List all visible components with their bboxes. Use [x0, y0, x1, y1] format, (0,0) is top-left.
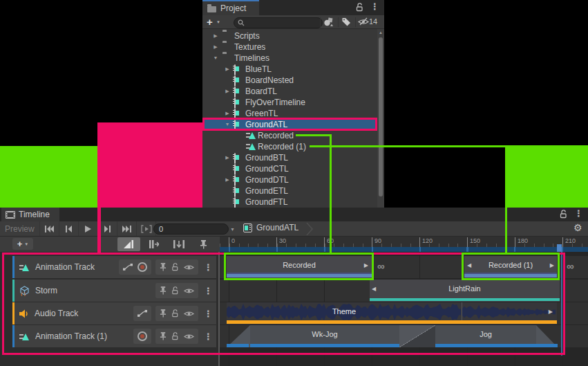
tree-item-label: Recorded (1) [258, 142, 306, 152]
create-asset-caret-icon[interactable]: ▼ [216, 20, 220, 24]
folder-icon [207, 6, 216, 12]
tree-item[interactable]: ▶GroundBTL [202, 152, 377, 163]
project-tab-title: Project [220, 3, 246, 13]
tree-item-label: GroundBTL [245, 153, 288, 163]
annotation-magenta-connector [97, 208, 101, 253]
tree-item[interactable]: ▶Textures [202, 42, 377, 53]
add-track-button[interactable]: + ▼ [12, 238, 33, 250]
replace-mode-button[interactable] [167, 237, 190, 251]
annotation-connector-recorded-v [330, 134, 332, 253]
tree-item[interactable]: FlyOverTimeline [202, 97, 377, 108]
expand-arrow[interactable]: ▶ [224, 89, 231, 94]
caret-down-icon: ▼ [24, 242, 28, 246]
tree-item-label: BoardNested [245, 75, 294, 85]
project-scrollbar[interactable]: ▲ [377, 29, 384, 208]
search-by-label-tag-icon[interactable] [341, 17, 351, 27]
expand-arrow[interactable]: ▶ [212, 44, 219, 50]
ruler-tick-label: 150 [467, 237, 480, 247]
timeline-tab-title: Timeline [19, 210, 50, 219]
tree-item[interactable]: ▼Timelines [202, 53, 377, 64]
expand-arrow[interactable]: ▶ [224, 155, 231, 161]
breadcrumb[interactable]: GroundATL [243, 223, 298, 232]
timeline-asset-icon [234, 164, 236, 175]
tree-item[interactable]: Recorded [202, 130, 377, 141]
tree-item[interactable]: ▶BlueTL [202, 64, 377, 75]
ruler-tick-label: 180 [515, 237, 528, 247]
hidden-packages-eye-slash-icon[interactable] [358, 17, 369, 26]
plus-icon: + [17, 238, 23, 250]
ruler-range-bar[interactable] [220, 247, 588, 252]
play-button[interactable] [78, 221, 97, 236]
timeline-transport-bar: Preview 0 ▼ GroundATL ⚙ [0, 221, 588, 237]
timeline-asset-icon [234, 186, 236, 197]
expand-arrow[interactable]: ▶ [212, 33, 219, 39]
tree-item-label: GroundDTL [245, 175, 289, 185]
expand-arrow[interactable]: ▶ [224, 177, 231, 183]
tree-item-label: GroundCTL [245, 164, 289, 174]
tree-item[interactable]: ▶Scripts [202, 30, 377, 42]
tree-item[interactable]: ▶GroundDTL [202, 174, 377, 185]
marker-pin-button[interactable] [194, 237, 212, 251]
annotation-connector-recorded1-v [505, 145, 507, 253]
timeline-asset-icon [234, 75, 236, 86]
tree-item-label: FlyOverTimeline [245, 98, 305, 107]
tab-timeline[interactable]: Timeline [1, 208, 59, 221]
ruler-tick-label: 0 [229, 237, 235, 247]
annotation-outline-recorded-clip [224, 253, 374, 280]
timeline-asset-icon [234, 86, 236, 98]
tree-item[interactable]: GroundCTL [202, 163, 377, 174]
search-icon [238, 19, 245, 26]
settings-gear-icon[interactable]: ⚙ [573, 222, 582, 233]
tree-item-label: Timelines [234, 53, 269, 63]
scrollbar-up-arrow-icon[interactable]: ▲ [379, 30, 383, 35]
project-tab-bar: Project ⋮ [202, 0, 384, 15]
search-by-type-icon[interactable] [323, 17, 334, 27]
unlock-icon[interactable] [560, 210, 567, 219]
previous-frame-button[interactable] [59, 221, 78, 236]
panel-menu-kebab-icon[interactable]: ⋮ [370, 1, 379, 12]
annotation-connector-recorded1-h [310, 145, 507, 147]
ruler-tick-label: 90 [372, 237, 381, 247]
tree-item[interactable]: BoardNested [202, 75, 377, 86]
timeline-asset-icon [234, 64, 236, 75]
time-ruler[interactable]: 0 30 60 90 120 150 180 210 [220, 237, 588, 252]
frame-field[interactable]: 0 [153, 223, 229, 235]
annotation-green-block-right [505, 145, 588, 208]
film-icon [6, 211, 15, 219]
infinity-hold-icon: ∞ [567, 260, 574, 272]
project-search-input[interactable] [234, 17, 323, 28]
frame-field-caret-icon[interactable]: ▼ [230, 227, 235, 232]
unlock-icon[interactable] [356, 3, 363, 12]
timeline-tab-bar: Timeline ⋮ [0, 208, 588, 221]
ruler-tick-label: 210 [562, 237, 576, 247]
tab-project[interactable]: Project [202, 0, 259, 15]
scrollbar-thumb[interactable] [379, 37, 383, 196]
expand-arrow[interactable]: ▶ [224, 66, 231, 72]
tree-item-label: GroundETL [245, 186, 288, 196]
tree-item[interactable]: ▶BoardTL [202, 86, 377, 97]
annotation-magenta-block [97, 122, 202, 208]
tree-item[interactable]: GroundETL [202, 185, 377, 196]
ruler-tick-label: 120 [419, 237, 433, 247]
create-asset-plus-button[interactable]: + [207, 16, 213, 28]
goto-start-button[interactable] [39, 221, 59, 236]
panel-menu-kebab-icon[interactable]: ⋮ [574, 208, 583, 219]
ruler-tick-label: 60 [324, 237, 334, 247]
timeline-end-marker[interactable] [557, 244, 562, 252]
timeline-asset-icon [234, 153, 236, 164]
annotation-green-block-left [0, 146, 97, 208]
screenshot-root: Project ⋮ + ▼ [0, 0, 588, 366]
tree-item-label: Scripts [234, 31, 260, 41]
tree-item[interactable]: GroundFTL [202, 196, 377, 208]
hidden-count: 14 [369, 17, 377, 26]
timeline-asset-icon [234, 197, 236, 208]
expand-arrow[interactable]: ▼ [212, 55, 219, 60]
annotation-outline-groundatl [202, 118, 377, 131]
goto-end-button[interactable] [117, 221, 136, 236]
mix-mode-button[interactable] [117, 237, 140, 251]
ripple-mode-button[interactable] [142, 237, 165, 251]
preview-toggle[interactable]: Preview [5, 224, 35, 234]
tree-item-label: BoardTL [245, 86, 277, 96]
expand-arrow[interactable]: ▶ [224, 111, 231, 116]
tree-item-label: BlueTL [245, 64, 272, 74]
